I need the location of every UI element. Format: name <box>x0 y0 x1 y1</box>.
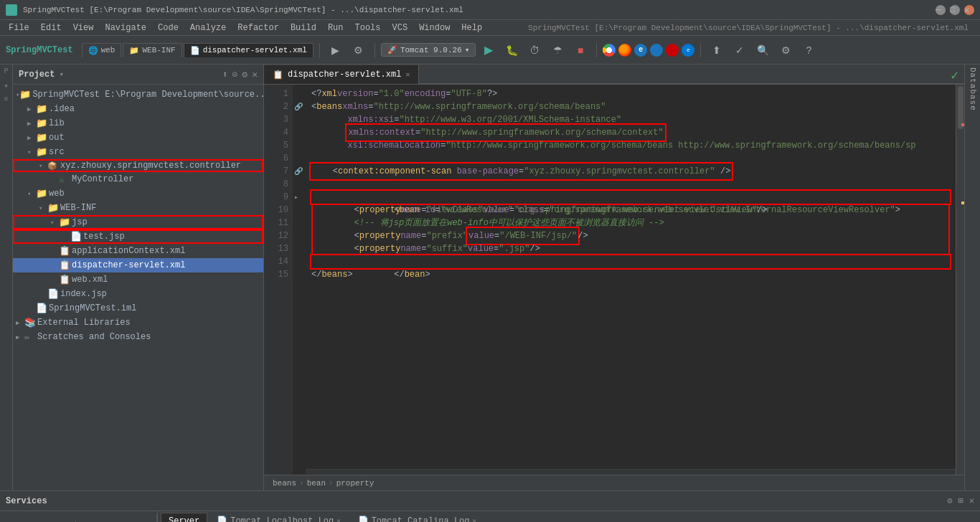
menu-window[interactable]: Window <box>413 20 456 35</box>
tree-label-indexjsp: index.jsp <box>60 289 107 299</box>
tree-item-lib[interactable]: ▶ 📁 lib <box>13 116 263 130</box>
breadcrumb-beans: beans <box>273 479 296 488</box>
tab-close-button[interactable]: ✕ <box>405 70 410 79</box>
maximize-button[interactable]: □ <box>950 5 960 15</box>
tree-item-web[interactable]: ▾ 📁 web <box>13 186 263 201</box>
breadcrumb-tabs: 🌐 web 📁 WEB-INF 📄 dispatcher-servlet.xml <box>82 43 314 57</box>
code-line-11: <!-- 将jsp页面放置在web-info中可以保护这些页面不被浏览器直接访问… <box>311 217 950 229</box>
services-settings-icon[interactable]: ⚙ <box>947 495 952 506</box>
run-button[interactable]: ▶ <box>479 40 499 60</box>
close-button[interactable]: ✕ <box>964 5 974 15</box>
tree-item-springmvciml[interactable]: 📄 SpringMVCTest.iml <box>13 301 263 315</box>
tree-item-mycontroller[interactable]: ☕ MyController <box>13 172 263 186</box>
services-tab-catalina-close[interactable]: ✕ <box>473 517 476 522</box>
tree-label-idea: .idea <box>49 104 75 114</box>
vcs-commit-button[interactable]: ✓ <box>730 40 750 60</box>
services-tab-localhost-label: Tomcat Localhost Log <box>230 516 334 523</box>
menu-tools[interactable]: Tools <box>349 20 387 35</box>
menu-help[interactable]: Help <box>456 20 488 35</box>
breadcrumb-tab-web[interactable]: 🌐 web <box>82 43 122 57</box>
minimize-button[interactable]: ─ <box>936 5 946 15</box>
menu-code[interactable]: Code <box>152 20 184 35</box>
tree-item-extlibs[interactable]: ▶ 📚 External Libraries <box>13 315 263 330</box>
tree-item-out[interactable]: ▶ 📁 out <box>13 130 263 145</box>
browser-icons: e e <box>603 44 694 57</box>
ie11-icon[interactable] <box>650 44 663 57</box>
code-line-13: <property name="suffix" value=".jsp" /> <box>311 242 950 255</box>
tree-item-webinf[interactable]: ▾ 📁 WEB-INF <box>13 201 263 215</box>
vcs-update-button[interactable]: ⬆ <box>707 40 727 60</box>
tree-item-scratches[interactable]: ▶ ✏ Scratches and Consoles <box>13 330 263 344</box>
opera-icon[interactable] <box>666 44 679 57</box>
services-tab-catalina-log[interactable]: 📄 Tomcat Catalina Log ✕ <box>350 513 484 523</box>
breadcrumb-tab-dispatcher[interactable]: 📄 dispatcher-servlet.xml <box>184 43 314 57</box>
search-everywhere-button[interactable]: 🔍 <box>753 40 773 60</box>
toolbar-separator-1 <box>319 43 320 57</box>
stop-button[interactable]: ■ <box>570 40 590 60</box>
tree-label-dispatcher: dispatcher-servlet.xml <box>72 260 185 270</box>
right-scrollbar[interactable] <box>956 85 964 475</box>
services-layout-icon[interactable]: ⊞ <box>958 495 963 506</box>
project-dropdown[interactable]: ▾ <box>59 70 64 79</box>
tree-item-controller[interactable]: ▾ 📦 xyz.zhouxy.springmvctest.controller <box>13 159 263 172</box>
toolbar-btn-2[interactable]: ⚙ <box>349 40 369 60</box>
services-run-btn[interactable]: ▶ <box>71 517 85 522</box>
menu-vcs[interactable]: VCS <box>387 20 414 35</box>
services-toolbar: ▶ ■ 🐛 ⬆ 🔄 + <box>0 514 157 522</box>
toolbar-btn-1[interactable]: ▶ <box>326 40 346 60</box>
code-line-1: <?xml version="1.0" encoding="UTF-8"?> <box>311 87 950 100</box>
window-title: SpringMVCTest [E:\Program Development\so… <box>23 6 930 14</box>
menu-analyze[interactable]: Analyze <box>184 20 232 35</box>
menu-navigate[interactable]: Navigate <box>99 20 152 35</box>
tree-item-src[interactable]: ▾ 📁 src <box>13 145 263 159</box>
menu-build[interactable]: Build <box>285 20 322 35</box>
project-selector[interactable]: SpringMVCTest <box>6 45 73 55</box>
editor-tab-dispatcher[interactable]: 📋 dispatcher-servlet.xml ✕ <box>264 65 419 84</box>
editor-wrapper: 12345 678910 1112131415 🔗 🔗 ▸ <box>264 85 964 490</box>
tree-item-indexjsp[interactable]: 📄 index.jsp <box>13 287 263 301</box>
edge-icon[interactable]: e <box>682 44 694 57</box>
collapse-all-button[interactable]: ⬆ <box>222 69 228 80</box>
menu-file[interactable]: File <box>3 20 35 35</box>
code-wrapper[interactable]: 12345 678910 1112131415 🔗 🔗 ▸ <box>264 85 964 475</box>
menu-edit[interactable]: Edit <box>35 20 67 35</box>
services-hide-icon[interactable]: ✕ <box>969 495 974 506</box>
tree-item-testjsp[interactable]: 📄 test.jsp <box>13 229 263 244</box>
tree-label-webxml: web.xml <box>72 275 108 285</box>
firefox-icon[interactable] <box>618 44 631 57</box>
settings-gear-icon[interactable]: ⚙ <box>242 69 248 80</box>
tree-item-appctx[interactable]: 📋 applicationContext.xml <box>13 244 263 258</box>
code-line-4: xmlns:context="http://www.springframewor… <box>311 126 950 139</box>
ie-icon[interactable]: e <box>634 44 647 57</box>
menu-refactor[interactable]: Refactor <box>232 20 285 35</box>
code-editor[interactable]: <?xml version="1.0" encoding="UTF-8"?> <… <box>306 85 956 475</box>
run-status-icon[interactable]: ✓ <box>951 67 958 83</box>
profile-button[interactable]: ⏱ <box>524 40 545 60</box>
chrome-icon[interactable] <box>603 44 616 57</box>
structure-icon[interactable]: ≡ <box>4 95 8 103</box>
project-icon[interactable]: P <box>4 67 8 75</box>
favorites-icon[interactable]: ★ <box>4 81 8 90</box>
tree-item-root[interactable]: ▾ 📁 SpringMVCTest E:\Program Development… <box>13 87 263 102</box>
services-tab-server[interactable]: Server <box>161 513 207 523</box>
run-config-selector[interactable]: 🚀 Tomcat 9.0.26 ▾ <box>381 43 476 57</box>
breadcrumb-tab-webinf[interactable]: 📁 WEB-INF <box>123 43 182 57</box>
menu-view[interactable]: View <box>67 20 100 35</box>
services-tab-localhost-log[interactable]: 📄 Tomcat Localhost Log ✕ <box>209 513 348 523</box>
settings-button[interactable]: ⚙ <box>776 40 796 60</box>
help-button[interactable]: ? <box>798 40 819 60</box>
services-tab-localhost-close[interactable]: ✕ <box>336 517 340 522</box>
tree-label-scratches: Scratches and Consoles <box>37 332 151 342</box>
project-panel-icons: ⬆ ⊙ ⚙ ✕ <box>222 69 258 80</box>
tree-item-idea[interactable]: ▶ 📁 .idea <box>13 102 263 116</box>
scroll-to-file-button[interactable]: ⊙ <box>232 69 238 80</box>
tree-item-jsp[interactable]: ▾ 📁 jsp <box>13 215 263 229</box>
hide-panel-button[interactable]: ✕ <box>252 69 258 80</box>
tree-item-webxml[interactable]: 📋 web.xml <box>13 272 263 287</box>
coverage-button[interactable]: ☂ <box>547 40 567 60</box>
menu-run[interactable]: Run <box>322 20 349 35</box>
debug-button[interactable]: 🐛 <box>501 40 522 60</box>
right-sidebar: Database <box>964 65 980 490</box>
tree-item-dispatcher[interactable]: 📋 dispatcher-servlet.xml <box>13 258 263 272</box>
database-icon[interactable]: Database <box>969 67 977 111</box>
